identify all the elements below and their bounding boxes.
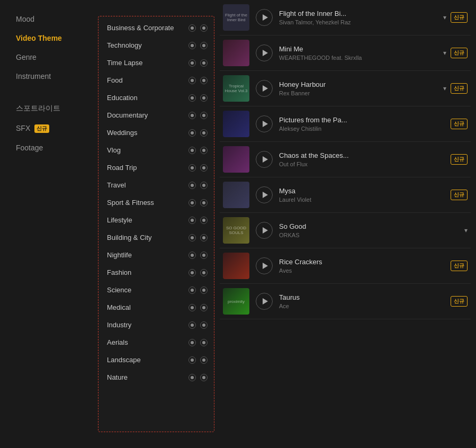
radio-unselected[interactable] (188, 147, 196, 154)
play-button[interactable] (256, 151, 273, 168)
track-actions: ▾ 신규 (443, 83, 468, 94)
sidebar-item-spotlight[interactable]: 스포트라이트 (11, 100, 98, 118)
track-row[interactable]: Flight of theInner Bird Flight of the In… (220, 0, 471, 35)
play-button[interactable] (256, 186, 273, 203)
sidebar-item-sfx[interactable]: SFX 신규 (11, 120, 98, 137)
radio-unselected-2[interactable] (200, 112, 208, 119)
track-row[interactable]: Mysa Laurel Violet 신규 (220, 177, 471, 213)
track-thumbnail (223, 253, 249, 279)
theme-item-nightlife[interactable]: Nightlife (98, 246, 214, 264)
radio-unselected-2[interactable] (200, 374, 208, 381)
theme-item-travel[interactable]: Travel (98, 176, 214, 194)
play-button[interactable] (256, 257, 273, 274)
theme-item-technology[interactable]: Technology (98, 37, 214, 54)
radio-unselected[interactable] (188, 234, 196, 241)
theme-item-education[interactable]: Education (98, 89, 214, 106)
radio-unselected[interactable] (188, 24, 196, 32)
radio-unselected[interactable] (188, 304, 196, 311)
radio-unselected-2[interactable] (200, 199, 208, 207)
radio-unselected-2[interactable] (200, 217, 208, 224)
radio-unselected[interactable] (188, 164, 196, 172)
radio-unselected[interactable] (188, 42, 196, 49)
radio-unselected[interactable] (188, 129, 196, 137)
radio-unselected-2[interactable] (200, 356, 208, 364)
radio-unselected-2[interactable] (200, 42, 208, 49)
theme-item-business-corporate[interactable]: Business & Corporate (98, 19, 214, 37)
theme-item-controls (188, 129, 208, 137)
radio-unselected-2[interactable] (200, 94, 208, 102)
track-row[interactable]: Rice Crackers Aves 신규 (220, 248, 471, 284)
sidebar-item-footage[interactable]: Footage (11, 139, 98, 156)
theme-item-vlog[interactable]: Vlog (98, 141, 214, 159)
radio-unselected[interactable] (188, 339, 196, 346)
theme-item-building-city[interactable]: Building & City (98, 229, 214, 246)
radio-unselected-2[interactable] (200, 129, 208, 137)
theme-item-controls (188, 269, 208, 276)
sidebar-item-genre[interactable]: Genre (11, 49, 98, 66)
radio-unselected[interactable] (188, 286, 196, 294)
radio-unselected[interactable] (188, 374, 196, 381)
radio-unselected-2[interactable] (200, 182, 208, 189)
radio-unselected-2[interactable] (200, 304, 208, 311)
sidebar-item-instrument[interactable]: Instrument (11, 68, 98, 85)
radio-unselected-2[interactable] (200, 59, 208, 67)
play-button[interactable] (256, 44, 273, 61)
theme-item-medical[interactable]: Medical (98, 299, 214, 316)
track-row[interactable]: SO GOODSOULS So Good ORKAS ▾ (220, 213, 471, 248)
radio-unselected-2[interactable] (200, 77, 208, 84)
theme-item-time-lapse[interactable]: Time Lapse (98, 54, 214, 71)
radio-unselected[interactable] (188, 269, 196, 276)
theme-item-science[interactable]: Science (98, 281, 214, 299)
radio-unselected-2[interactable] (200, 234, 208, 241)
radio-unselected-2[interactable] (200, 147, 208, 154)
track-row[interactable]: Chaos at the Spaces... Out of Flux 신규 (220, 142, 471, 177)
radio-unselected[interactable] (188, 252, 196, 259)
radio-unselected[interactable] (188, 199, 196, 207)
theme-item-fashion[interactable]: Fashion (98, 264, 214, 281)
radio-unselected-2[interactable] (200, 269, 208, 276)
radio-unselected-2[interactable] (200, 164, 208, 172)
play-button[interactable] (256, 80, 273, 97)
play-button[interactable] (256, 9, 273, 26)
radio-unselected-2[interactable] (200, 252, 208, 259)
theme-item-nature[interactable]: Nature (98, 369, 214, 386)
theme-item-landscape[interactable]: Landscape (98, 351, 214, 369)
radio-unselected-2[interactable] (200, 24, 208, 32)
radio-unselected-2[interactable] (200, 321, 208, 329)
track-row[interactable]: Pictures from the Pa... Aleksey Chistili… (220, 106, 471, 142)
track-row[interactable]: TropicalHouse Vol.3 Honey Harbour Rex Ba… (220, 71, 471, 106)
theme-item-industry[interactable]: Industry (98, 316, 214, 334)
theme-item-lifestyle[interactable]: Lifestyle (98, 211, 214, 229)
chevron-down-icon[interactable]: ▾ (464, 227, 468, 234)
sfx-new-badge: 신규 (34, 124, 49, 133)
track-info: Flight of the Inner Bi... Sivan Talmor, … (279, 10, 437, 25)
play-button[interactable] (256, 115, 273, 132)
radio-unselected[interactable] (188, 356, 196, 364)
sidebar-item-video-theme[interactable]: Video Theme (11, 30, 98, 47)
theme-item-documentary[interactable]: Documentary (98, 106, 214, 124)
chevron-down-icon[interactable]: ▾ (443, 14, 446, 21)
sidebar-item-mood[interactable]: Mood (11, 11, 98, 28)
track-row[interactable]: proximity Taurus Ace 신규 (220, 284, 471, 319)
radio-unselected[interactable] (188, 94, 196, 102)
radio-unselected[interactable] (188, 182, 196, 189)
theme-item-controls (188, 217, 208, 224)
radio-unselected-2[interactable] (200, 286, 208, 294)
play-button[interactable] (256, 222, 273, 239)
radio-unselected[interactable] (188, 59, 196, 67)
radio-unselected-2[interactable] (200, 339, 208, 346)
theme-item-aerials[interactable]: Aerials (98, 334, 214, 351)
theme-item-sport-fitness[interactable]: Sport & Fitness (98, 194, 214, 211)
chevron-down-icon[interactable]: ▾ (443, 85, 446, 92)
chevron-down-icon[interactable]: ▾ (443, 49, 446, 57)
theme-item-food[interactable]: Food (98, 71, 214, 89)
radio-unselected[interactable] (188, 217, 196, 224)
play-button[interactable] (256, 293, 273, 310)
theme-item-road-trip[interactable]: Road Trip (98, 159, 214, 176)
radio-unselected[interactable] (188, 321, 196, 329)
radio-unselected[interactable] (188, 112, 196, 119)
radio-unselected[interactable] (188, 77, 196, 84)
track-thumbnail: proximity (223, 288, 249, 315)
theme-item-weddings[interactable]: Weddings (98, 124, 214, 141)
track-row[interactable]: Mini Me WEARETHEGOOD feat. Skrxlla ▾ 신규 (220, 35, 471, 71)
